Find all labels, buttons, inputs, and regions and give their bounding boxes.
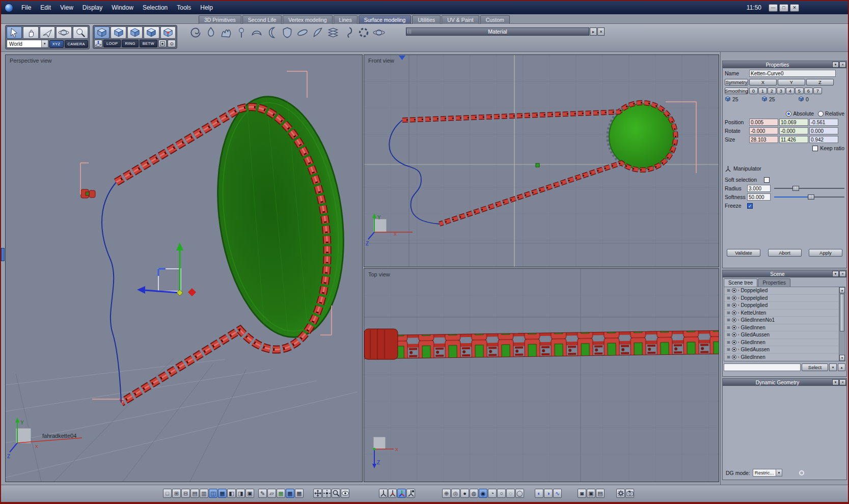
grid-plane-button[interactable]: ▦ (295, 489, 304, 498)
select-points-button[interactable] (94, 26, 109, 39)
scene-tree-item[interactable]: ⊞›GliedInnen (724, 324, 845, 332)
arrow-icon[interactable]: › (738, 288, 740, 293)
position-y-field[interactable] (779, 119, 808, 126)
visibility-icon[interactable] (732, 296, 736, 300)
radius-slider[interactable] (774, 185, 844, 191)
apply-button[interactable]: Apply (809, 249, 842, 257)
chevron-down-icon[interactable]: ▼ (776, 469, 782, 476)
menu-tools[interactable]: Tools (172, 2, 196, 13)
scroll-down-icon[interactable]: ▾ (839, 355, 845, 361)
lathe-tool[interactable] (265, 25, 279, 40)
smoothing-button[interactable]: Smoothing (725, 88, 748, 94)
tab-3d-primitives[interactable]: 3D Primitives (199, 15, 241, 24)
smoothing-level-7[interactable]: 7 (813, 88, 822, 94)
zoom-tool-button[interactable] (73, 26, 88, 39)
close-button[interactable]: ✕ (790, 4, 799, 12)
scene-tree-item[interactable]: ⊞›KetteUnten (724, 310, 845, 317)
rotate-z-field[interactable] (809, 127, 838, 134)
visibility-icon[interactable] (732, 311, 736, 315)
select-cube-mini-button[interactable] (158, 40, 167, 47)
loop-select-button[interactable]: LOOP (103, 40, 121, 47)
select-auto-button[interactable] (160, 26, 176, 39)
scene-tree-item[interactable]: ⊞›GliedInnen (724, 354, 845, 361)
shading-outline-button[interactable]: ◯ (515, 489, 524, 498)
expand-icon[interactable]: ⊞ (727, 325, 730, 330)
visibility-icon[interactable] (732, 325, 736, 330)
layout-inset-button[interactable]: ▣ (245, 489, 254, 498)
shading-flat-wire-button[interactable]: ◍ (470, 489, 478, 498)
render-snapshot-button[interactable] (625, 489, 634, 498)
gear-ring-tool[interactable] (357, 25, 371, 40)
layout-right-half-button[interactable]: ◨ (236, 489, 245, 498)
smoothing-level-0[interactable]: 0 (749, 88, 758, 94)
select-button[interactable]: Select (802, 363, 828, 371)
menu-display[interactable]: Display (78, 2, 107, 13)
scene-tree-item[interactable]: ⊞›GliedAussen (724, 346, 845, 354)
expand-icon[interactable]: ⊞ (727, 296, 730, 300)
select-object-button[interactable] (144, 26, 159, 39)
expand-icon[interactable]: ⊞ (727, 288, 730, 293)
expand-icon[interactable]: ⊞ (727, 332, 730, 337)
menu-selection[interactable]: Selection (138, 2, 172, 13)
soft-selection-checkbox[interactable] (764, 177, 770, 183)
visibility-icon[interactable] (732, 318, 736, 322)
object-shaded-button[interactable]: ◙ (578, 489, 586, 498)
layout-left-half-button[interactable]: ◧ (227, 489, 236, 498)
camera-mode-button[interactable]: CAMERA (65, 40, 89, 48)
radius-field[interactable] (747, 185, 771, 192)
xyz-mode-button[interactable]: XYZ (49, 40, 64, 48)
curve-wire-button[interactable]: ∿ (553, 489, 562, 498)
abort-button[interactable]: Abort (768, 249, 802, 257)
shading-wireframe-button[interactable]: ⊕ (442, 489, 451, 498)
scene-tree-item[interactable]: ⊞›Doppelglied (724, 302, 845, 310)
arrow-icon[interactable]: › (738, 296, 740, 300)
panel-resize-handle[interactable] (1, 248, 5, 261)
layout-two-columns-button[interactable]: ◫ (209, 489, 217, 498)
select-options-down-button[interactable]: ▾ (829, 363, 837, 371)
flat-select-tool-button[interactable] (40, 26, 55, 39)
scene-tree-item[interactable]: ⊞›GliedInnenNo1 (724, 317, 845, 324)
center-view-button[interactable] (322, 489, 331, 498)
scene-filter-input[interactable] (724, 363, 801, 371)
close-icon[interactable]: ✕ (839, 379, 846, 385)
expand-icon[interactable]: ⊞ (727, 340, 730, 345)
select-visible-button[interactable]: ⊙ (168, 40, 176, 47)
fan-surface-tool[interactable] (250, 25, 264, 40)
symmetry-y-button[interactable]: Y (778, 79, 805, 86)
expand-icon[interactable]: ⊞ (727, 311, 730, 315)
material-expand-button[interactable]: ▸ (590, 27, 597, 36)
front-canvas[interactable]: Y Z X (364, 55, 719, 267)
menu-edit[interactable]: Edit (36, 2, 56, 13)
visibility-button[interactable] (341, 489, 349, 498)
expand-icon[interactable]: ⊞ (727, 303, 730, 307)
visibility-icon[interactable] (732, 340, 736, 345)
scene-scrollbar[interactable]: ▴ ▾ (839, 287, 845, 361)
smoothing-level-2[interactable]: 2 (768, 88, 776, 94)
top-viewport[interactable]: Top view (364, 268, 719, 482)
rotate-x-field[interactable] (749, 127, 778, 134)
layers-tool[interactable] (326, 25, 340, 40)
shading-smooth-wire-button[interactable]: ◔ (488, 489, 497, 498)
position-x-field[interactable] (749, 119, 778, 126)
shading-textured-button[interactable]: ○ (497, 489, 506, 498)
size-x-field[interactable] (749, 136, 778, 143)
top-canvas[interactable]: X Z (364, 269, 719, 482)
visibility-icon[interactable] (732, 288, 736, 293)
shading-flat-button[interactable]: ● (460, 489, 469, 498)
scene-header[interactable]: Scene ▼ ✕ (723, 270, 846, 277)
grid-arrow-button[interactable] (94, 40, 102, 47)
between-select-button[interactable]: BETW (140, 40, 157, 47)
menu-file[interactable]: File (17, 2, 36, 13)
softness-slider[interactable] (774, 194, 844, 200)
layout-rows3-button[interactable]: ▥ (200, 489, 208, 498)
manipulator-move-button[interactable] (388, 489, 397, 498)
select-tool-button[interactable] (7, 26, 22, 39)
material-dropdown[interactable]: Material (406, 27, 589, 36)
manipulator-universal-button[interactable] (397, 489, 406, 498)
object-boxed-button[interactable]: ▣ (587, 489, 595, 498)
arrow-icon[interactable]: › (738, 340, 740, 345)
arrow-icon[interactable]: › (738, 355, 740, 359)
select-faces-button[interactable] (127, 26, 143, 39)
ruled-surface-tool[interactable] (188, 25, 203, 40)
grid-snap-button[interactable]: ▦ (277, 489, 285, 498)
